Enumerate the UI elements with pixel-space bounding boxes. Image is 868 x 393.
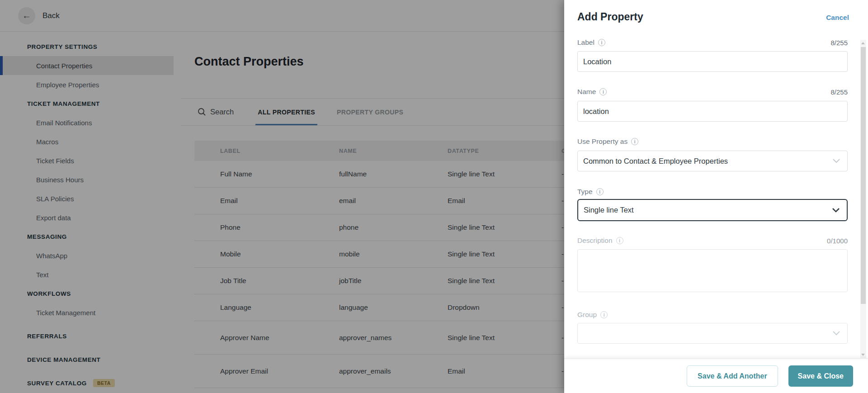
info-icon[interactable]: i [616, 237, 623, 244]
description-label: Description i [577, 237, 623, 245]
description-char-counter: 0/1000 [827, 237, 848, 245]
info-icon[interactable]: i [598, 39, 605, 46]
label-field-label: Label i [577, 38, 605, 47]
cancel-button[interactable]: Cancel [826, 14, 849, 22]
info-icon[interactable]: i [599, 88, 607, 95]
chevron-down-icon [833, 331, 840, 336]
type-label: Type i [577, 188, 604, 196]
drawer-footer: Save & Add Another Save & Close [564, 359, 868, 393]
type-select[interactable]: Single line Text [577, 199, 848, 221]
drawer-title: Add Property [577, 11, 643, 23]
description-textarea[interactable] [577, 249, 848, 292]
group-label: Group i [577, 311, 608, 319]
use-property-as-select[interactable]: Common to Contact & Employee Properties [577, 151, 848, 171]
save-add-another-button[interactable]: Save & Add Another [687, 365, 778, 387]
info-icon[interactable]: i [596, 188, 604, 195]
name-char-counter: 8/255 [830, 88, 848, 96]
drawer-scrollbar-thumb[interactable] [861, 47, 866, 304]
info-icon[interactable]: i [631, 138, 638, 145]
add-property-drawer: Add Property Cancel Label i 8/255 Name i… [564, 0, 868, 393]
drawer-scrollbar[interactable] [860, 40, 866, 358]
label-char-counter: 8/255 [830, 39, 848, 47]
name-input[interactable] [577, 101, 848, 122]
chevron-down-icon [833, 159, 840, 163]
chevron-down-icon [832, 208, 840, 213]
scroll-down-icon[interactable] [861, 354, 865, 356]
modal-overlay[interactable] [0, 0, 564, 393]
scroll-up-icon[interactable] [861, 42, 865, 44]
name-field-label: Name i [577, 88, 607, 96]
use-property-as-label: Use Property as i [577, 137, 638, 146]
info-icon[interactable]: i [600, 311, 608, 318]
label-input[interactable] [577, 51, 848, 72]
save-close-button[interactable]: Save & Close [788, 365, 853, 387]
group-select[interactable] [577, 323, 848, 344]
